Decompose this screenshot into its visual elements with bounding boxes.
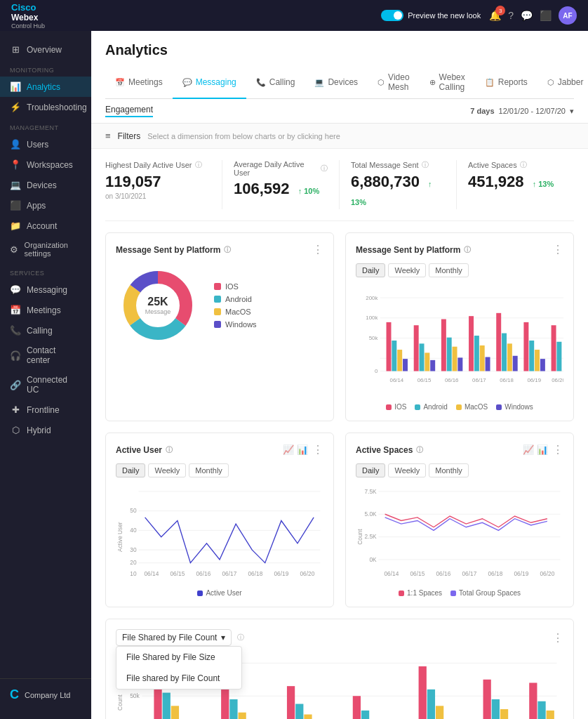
tab-reports[interactable]: 📋 Reports <box>475 67 537 99</box>
svg-text:Count: Count <box>356 529 363 545</box>
time-tab-weekly[interactable]: Weekly <box>148 463 186 477</box>
chart-title: Message Sent by Platform ⓘ <box>356 245 471 255</box>
sidebar-item-frontline[interactable]: ✚ Frontline <box>0 400 91 420</box>
chart-menu-button[interactable]: ⋮ <box>312 243 323 256</box>
chart-time-tabs: Daily Weekly Monthly <box>116 463 323 477</box>
donut-chart: 25K Message <box>116 263 200 348</box>
tab-calling[interactable]: 📞 Calling <box>246 67 305 99</box>
legend-android: Android <box>415 403 447 411</box>
sidebar-item-workspaces[interactable]: 📍 Workspaces <box>0 154 91 175</box>
chart-menu-button[interactable]: ⋮ <box>552 443 563 456</box>
time-tab-monthly[interactable]: Monthly <box>189 463 229 477</box>
sidebar-item-label: Troubleshooting <box>27 103 87 112</box>
svg-text:06/18: 06/18 <box>488 570 502 577</box>
sidebar-item-hybrid[interactable]: ⬡ Hybrid <box>0 420 91 440</box>
chart-menu-button[interactable]: ⋮ <box>312 443 323 456</box>
svg-rect-30 <box>496 313 501 371</box>
engagement-tab[interactable]: Engagement <box>105 105 153 117</box>
date-range-selector[interactable]: 7 days 12/01/20 - 12/07/20 ▾ <box>470 107 574 116</box>
line-chart-icon[interactable]: 📈 <box>283 444 294 455</box>
tab-devices[interactable]: 💻 Devices <box>305 67 368 99</box>
svg-rect-36 <box>535 350 540 371</box>
notification-icon[interactable]: 🔔3 <box>489 10 501 21</box>
time-tab-daily[interactable]: Daily <box>356 463 385 477</box>
svg-text:06/19: 06/19 <box>527 377 541 383</box>
preview-toggle[interactable]: Preview the new look <box>381 10 481 21</box>
sidebar-item-meetings[interactable]: 📅 Meetings <box>0 300 91 320</box>
time-tab-monthly[interactable]: Monthly <box>429 263 469 277</box>
sidebar-item-label: Users <box>27 140 48 150</box>
chart-header: File Shared by File Count ▾ File Shared … <box>116 629 563 646</box>
chart-menu-button[interactable]: ⋮ <box>552 631 563 645</box>
tab-jabber[interactable]: ⬡ Jabber <box>537 67 588 99</box>
active-spaces-legend: 1:1 Spaces Total Group Spaces <box>356 589 563 597</box>
sidebar-item-messaging[interactable]: 💬 Messaging <box>0 279 91 300</box>
info-icon[interactable]: ⓘ <box>166 445 173 455</box>
bar-chart-icon[interactable]: 📊 <box>297 444 308 455</box>
svg-rect-102 <box>427 690 435 719</box>
sidebar-item-devices[interactable]: 💻 Devices <box>0 175 91 195</box>
avatar[interactable]: AF <box>559 6 577 25</box>
stat-value: 106,592 ↑ 10% <box>234 180 328 198</box>
help-icon[interactable]: ? <box>508 10 514 21</box>
sidebar-item-connected-uc[interactable]: 🔗 Connected UC <box>0 370 91 400</box>
chart-time-tabs: Daily Weekly Monthly <box>356 263 563 277</box>
info-icon[interactable]: ⓘ <box>237 633 244 642</box>
svg-text:0K: 0K <box>369 556 377 563</box>
sidebar-item-org-settings[interactable]: ⚙ Organization settings <box>0 236 91 263</box>
sidebar-item-users[interactable]: 👤 Users <box>0 134 91 154</box>
info-icon[interactable]: ⓘ <box>224 245 231 255</box>
time-tab-daily[interactable]: Daily <box>116 463 145 477</box>
chat-icon[interactable]: 💬 <box>521 10 533 21</box>
line-chart-icon[interactable]: 📈 <box>523 444 534 455</box>
chart-menu-button[interactable]: ⋮ <box>552 243 563 256</box>
sidebar-item-account[interactable]: 📁 Account <box>0 216 91 236</box>
svg-text:06/16: 06/16 <box>196 570 211 577</box>
sidebar-section-services: SERVICES <box>0 263 91 279</box>
sidebar-item-label: Connected UC <box>27 375 81 395</box>
sidebar-item-apps[interactable]: ⬛ Apps <box>0 195 91 216</box>
sidebar-item-troubleshooting[interactable]: ⚡ Troubleshooting <box>0 97 91 117</box>
tab-calling-label: Calling <box>269 77 295 87</box>
cisco-logo: C <box>10 687 19 702</box>
apps-icon[interactable]: ⬛ <box>540 10 552 21</box>
sidebar-item-analytics[interactable]: 📊 Analytics <box>0 77 91 97</box>
info-icon[interactable]: ⓘ <box>422 160 429 170</box>
bar-chart-icon[interactable]: 📊 <box>537 444 548 455</box>
1-1-spaces-dot <box>399 591 404 596</box>
svg-text:50: 50 <box>130 507 137 514</box>
tab-video-mesh[interactable]: ⬡ Video Mesh <box>368 67 419 99</box>
sidebar-item-label: Meetings <box>27 305 61 315</box>
stat-change: ↑ 13% <box>351 180 432 206</box>
dropdown-item-size[interactable]: File Shared by File Size <box>116 647 241 668</box>
info-icon[interactable]: ⓘ <box>520 160 527 170</box>
toggle-switch[interactable] <box>381 10 403 21</box>
dropdown-trigger[interactable]: File Shared by File Count ▾ <box>116 629 232 646</box>
info-icon[interactable]: ⓘ <box>195 160 202 170</box>
time-tab-daily[interactable]: Daily <box>356 263 385 277</box>
sidebar-item-calling[interactable]: 📞 Calling <box>0 320 91 341</box>
svg-rect-93 <box>229 699 237 719</box>
time-tab-weekly[interactable]: Weekly <box>388 263 426 277</box>
svg-text:06/17: 06/17 <box>222 570 236 577</box>
svg-rect-100 <box>361 711 369 719</box>
tab-webex-calling[interactable]: ⊕ Webex Calling <box>420 67 475 99</box>
svg-text:06/20: 06/20 <box>540 570 554 577</box>
info-icon[interactable]: ⓘ <box>321 164 328 173</box>
tab-messaging[interactable]: 💬 Messaging <box>173 67 246 99</box>
time-tab-weekly[interactable]: Weekly <box>388 463 426 477</box>
calling-icon: 📞 <box>10 325 21 336</box>
dropdown-item-count[interactable]: File shared by File Count <box>116 668 241 689</box>
chart-header: Active User ⓘ 📈 📊 ⋮ <box>116 443 323 456</box>
sidebar-item-contact-center[interactable]: 🎧 Contact center <box>0 341 91 370</box>
info-icon[interactable]: ⓘ <box>464 245 471 255</box>
contact-center-icon: 🎧 <box>10 350 21 361</box>
sidebar-item-overview[interactable]: ⊞ Overview <box>0 39 91 60</box>
info-icon[interactable]: ⓘ <box>416 445 423 455</box>
svg-text:06/18: 06/18 <box>248 570 262 577</box>
chart-title: Active Spaces ⓘ <box>356 445 423 455</box>
time-tab-monthly[interactable]: Monthly <box>429 463 469 477</box>
legend-windows: Windows <box>496 403 533 411</box>
svg-text:06/18: 06/18 <box>500 377 514 383</box>
tab-meetings[interactable]: 📅 Meetings <box>105 67 173 99</box>
